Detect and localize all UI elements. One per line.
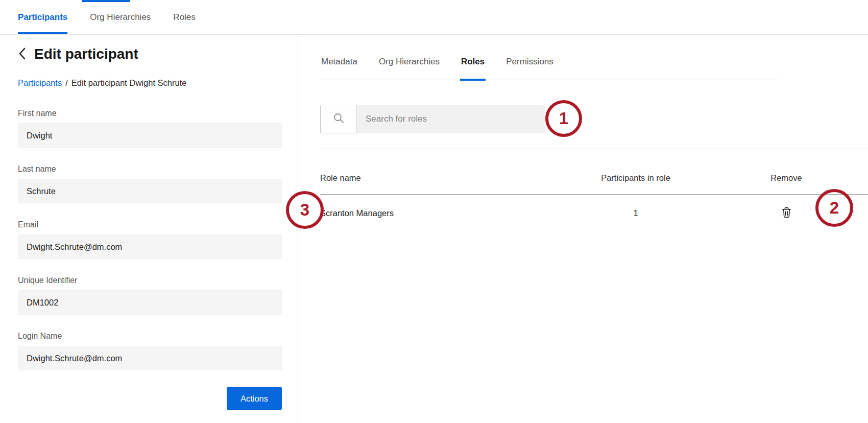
field-last-name: Last name: [18, 164, 282, 203]
search-input[interactable]: [356, 105, 545, 133]
participants-in-role-cell: 1: [526, 208, 745, 218]
content: Edit participant Participants/Edit parti…: [0, 35, 868, 423]
actions-button[interactable]: Actions: [227, 387, 282, 410]
breadcrumb-link-participants[interactable]: Participants: [18, 78, 62, 87]
annotation-circle-1: 1: [545, 100, 582, 137]
field-email: Email: [18, 220, 282, 259]
breadcrumb-separator: /: [65, 78, 68, 87]
top-nav: Participants Org Hierarchies Roles: [0, 0, 868, 35]
breadcrumb: Participants/Edit participant Dwight Sch…: [18, 77, 298, 88]
role-name-cell: Scranton Managers: [320, 208, 526, 218]
header-role-name: Role name: [320, 173, 526, 183]
participant-detail-panel: Metadata Org Hierarchies Roles Permissio…: [298, 35, 868, 423]
tab-org-hierarchies[interactable]: Org Hierarchies: [378, 56, 441, 80]
roles-search: [320, 105, 545, 133]
annotation-circle-2: 2: [815, 189, 853, 227]
field-unique-identifier: Unique Identifier: [18, 275, 282, 315]
actions-row: Actions: [18, 387, 282, 410]
unique-identifier-label: Unique Identifier: [18, 275, 282, 286]
remove-role-button[interactable]: [745, 206, 827, 220]
page: Participants Org Hierarchies Roles Edit …: [0, 0, 868, 423]
email-input[interactable]: [18, 234, 282, 259]
tab-metadata[interactable]: Metadata: [320, 56, 358, 80]
top-tab-org-hierarchies[interactable]: Org Hierarchies: [90, 0, 151, 34]
unique-identifier-input[interactable]: [18, 290, 282, 315]
top-accent-bar: [82, 0, 130, 2]
login-name-input[interactable]: [18, 346, 282, 370]
search-icon: [333, 112, 344, 126]
field-first-name: First name: [18, 108, 282, 148]
edit-participant-panel: Edit participant Participants/Edit parti…: [0, 35, 298, 423]
header-remove: Remove: [745, 173, 827, 183]
search-row: [320, 105, 868, 133]
top-tab-participants[interactable]: Participants: [18, 0, 67, 34]
last-name-label: Last name: [18, 164, 282, 174]
table-row: Scranton Managers 1: [320, 195, 868, 231]
tab-roles[interactable]: Roles: [460, 56, 486, 80]
tab-permissions[interactable]: Permissions: [505, 56, 554, 80]
first-name-label: First name: [18, 108, 282, 119]
search-icon-box[interactable]: [320, 105, 356, 133]
page-title: Edit participant: [34, 45, 138, 63]
panel-header: Edit participant: [18, 45, 298, 63]
login-name-label: Login Name: [18, 331, 282, 341]
header-participants-in-role: Participants in role: [526, 173, 745, 183]
detail-tabs: Metadata Org Hierarchies Roles Permissio…: [320, 56, 778, 80]
field-login-name: Login Name: [18, 331, 282, 370]
email-label: Email: [18, 220, 282, 230]
back-button[interactable]: [18, 47, 26, 62]
roles-table-header: Role name Participants in role Remove: [320, 149, 868, 194]
first-name-input[interactable]: [18, 123, 282, 148]
breadcrumb-current: Edit participant Dwight Schrute: [71, 78, 187, 87]
chevron-left-icon: [18, 47, 26, 62]
annotation-circle-3: 3: [286, 191, 324, 229]
last-name-input[interactable]: [18, 179, 282, 203]
top-tab-roles[interactable]: Roles: [173, 0, 195, 34]
trash-icon: [781, 206, 792, 220]
